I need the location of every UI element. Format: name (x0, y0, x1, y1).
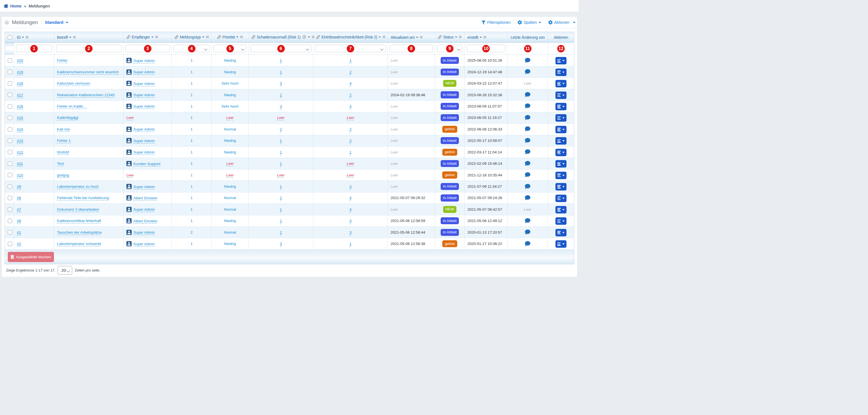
row-actions-button[interactable] (555, 114, 566, 122)
row-checkbox[interactable] (8, 230, 12, 234)
risk1-link[interactable]: 1 (280, 93, 282, 98)
comment-icon[interactable] (525, 58, 530, 64)
id-link[interactable]: #20 (17, 58, 23, 64)
betreff-link[interactable]: Tauschen der Arbeitsplätze (57, 230, 102, 235)
empfaenger-link[interactable]: Albert Einstein (133, 196, 157, 201)
row-checkbox[interactable] (8, 208, 12, 212)
risk2-link[interactable]: 3 (349, 219, 351, 224)
betreff-link[interactable]: Fehler (57, 58, 67, 63)
column-menu-icon[interactable] (484, 36, 486, 38)
comment-icon[interactable] (525, 115, 530, 121)
row-checkbox[interactable] (8, 81, 12, 86)
id-link[interactable]: #2 (17, 242, 21, 247)
risk2-link[interactable]: 1 (349, 242, 351, 247)
risk2-link[interactable]: 1 (349, 58, 351, 64)
risk1-link[interactable]: 1 (280, 219, 282, 224)
betreff-link[interactable]: Reklamation Kalibrierschein 12345 (57, 93, 115, 98)
column-menu-icon[interactable] (382, 36, 385, 38)
id-link[interactable]: #7 (17, 208, 21, 213)
betreff-link[interactable]: Kalischein zerrissen (57, 81, 90, 86)
id-link[interactable]: #17 (17, 93, 23, 98)
row-actions-button[interactable] (555, 92, 566, 99)
row-actions-button[interactable] (555, 240, 566, 248)
row-checkbox[interactable] (8, 104, 12, 109)
id-link[interactable]: #9 (17, 184, 21, 190)
risk2-link[interactable]: 3 (349, 184, 351, 190)
comment-icon[interactable] (525, 161, 530, 167)
betreff-link[interactable]: Labortemperatur zu hoch (57, 184, 99, 189)
sort-caret-icon[interactable] (236, 36, 239, 38)
id-link[interactable]: #18 (17, 81, 23, 87)
empfaenger-link[interactable]: Super Admin (133, 242, 155, 247)
row-actions-button[interactable] (555, 57, 566, 64)
row-checkbox[interactable] (8, 173, 12, 177)
row-actions-button[interactable] (555, 206, 566, 214)
risk1-link[interactable]: 1 (280, 58, 282, 64)
betreff-link[interactable]: Fehler im Kalibr.... (57, 104, 87, 109)
row-actions-button[interactable] (555, 217, 566, 225)
empfaenger-link[interactable]: Super Admin (133, 59, 155, 63)
risk2-link[interactable]: 3 (349, 230, 351, 235)
row-actions-button[interactable] (555, 126, 566, 133)
columns-dropdown[interactable]: Spalten (518, 20, 541, 25)
comment-icon[interactable] (525, 126, 530, 132)
id-link[interactable]: #6 (17, 219, 21, 224)
row-checkbox[interactable] (8, 70, 12, 74)
comment-icon[interactable] (525, 229, 530, 235)
row-checkbox[interactable] (8, 242, 12, 246)
column-header-empfaenger[interactable]: Empfänger (124, 32, 172, 42)
empfaenger-link[interactable]: Super Admin (133, 70, 155, 75)
column-menu-icon[interactable] (459, 36, 462, 38)
risk1-link[interactable]: 1 (280, 150, 282, 155)
risk1-link[interactable]: 2 (280, 230, 282, 235)
empfaenger-link[interactable]: Super Admin (133, 208, 155, 212)
row-checkbox[interactable] (8, 93, 12, 97)
row-actions-button[interactable] (555, 160, 566, 167)
id-link[interactable]: #13 (17, 138, 23, 144)
risk2-link[interactable]: 2 (349, 138, 351, 144)
id-link[interactable]: #14 (17, 127, 23, 132)
empfaenger-link[interactable]: Super Admin (133, 230, 155, 235)
betreff-link[interactable]: Kalibrierscheinnummer nicht leserlich (57, 70, 119, 75)
risk1-link[interactable]: 1 (280, 208, 282, 213)
risk2-link[interactable]: 1 (349, 150, 351, 155)
comment-icon[interactable] (525, 138, 530, 144)
column-header-prioritaet[interactable]: Priorität (212, 32, 249, 42)
empfaenger-link[interactable]: Super Admin (133, 150, 155, 155)
row-actions-button[interactable] (555, 229, 566, 236)
betreff-link[interactable]: Test (57, 161, 64, 166)
comment-icon[interactable] (525, 149, 530, 155)
betreff-link[interactable]: Dokument 3 überarbeiten (57, 208, 99, 212)
risk2-link[interactable]: 4 (349, 104, 351, 109)
id-link[interactable]: #11 (17, 161, 23, 167)
risk1-link[interactable]: 3 (280, 104, 282, 109)
betreff-link[interactable]: hhsfshf (57, 150, 69, 155)
page-size-select[interactable]: 20 (58, 266, 72, 275)
column-menu-icon[interactable] (420, 36, 423, 38)
filter-options-button[interactable]: Filteroptionen (482, 20, 510, 25)
betreff-link[interactable]: Labortemperatur schwankt (57, 242, 101, 246)
column-menu-icon[interactable] (155, 36, 158, 38)
row-actions-button[interactable] (555, 137, 566, 145)
sort-caret-icon[interactable] (455, 36, 457, 38)
empfaenger-link[interactable]: Super Admin (133, 82, 155, 86)
empfaenger-link[interactable]: Super Admin (133, 139, 155, 143)
column-header-erstellt[interactable]: erstellt (465, 32, 507, 42)
betreff-link[interactable]: Kali mis (57, 127, 70, 132)
row-checkbox[interactable] (8, 161, 12, 166)
column-header-betreff[interactable]: Betreff (54, 32, 124, 42)
row-checkbox[interactable] (8, 116, 12, 120)
empfaenger-link[interactable]: Albert Einstein (133, 219, 157, 224)
column-menu-icon[interactable] (73, 36, 76, 38)
id-link[interactable]: #1 (17, 230, 21, 235)
risk2-link[interactable]: 4 (349, 208, 351, 213)
sort-caret-icon[interactable] (308, 36, 310, 38)
comment-icon[interactable] (525, 241, 530, 247)
column-menu-icon[interactable] (240, 36, 243, 38)
column-header-status[interactable]: Status (435, 32, 465, 42)
empfaenger-link[interactable]: Kunden Support (133, 162, 160, 166)
row-actions-button[interactable] (555, 149, 566, 156)
row-actions-button[interactable] (555, 103, 566, 110)
column-header-id[interactable]: ID (14, 32, 54, 42)
risk1-link[interactable]: 1 (280, 184, 282, 190)
